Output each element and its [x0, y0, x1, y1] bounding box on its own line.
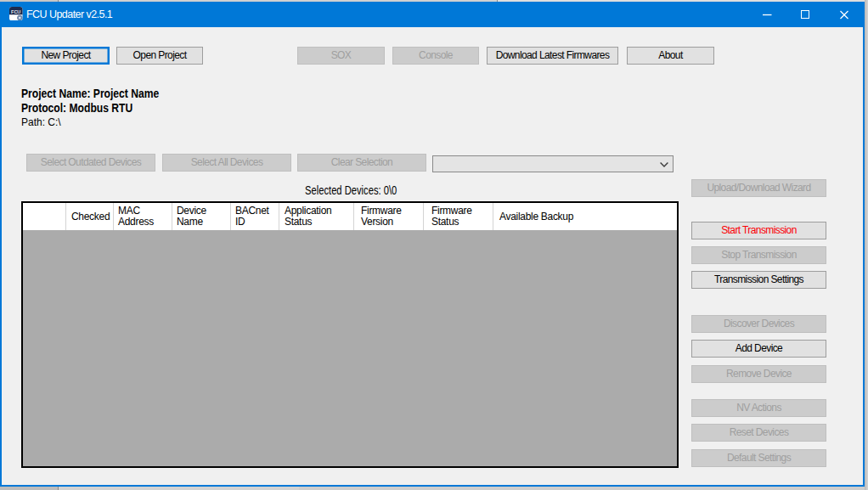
svg-text:FCU: FCU	[11, 9, 20, 14]
